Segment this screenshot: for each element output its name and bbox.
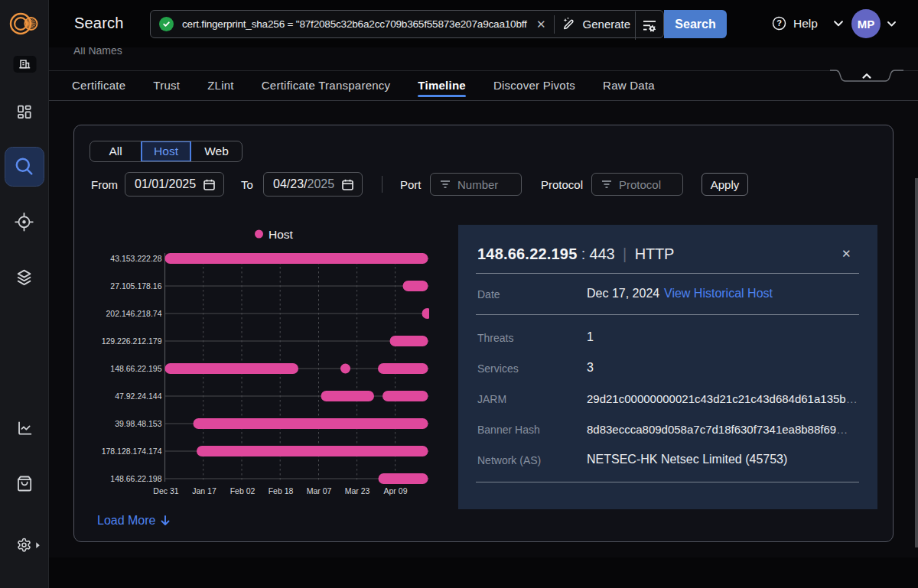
svg-text:39.98.48.153: 39.98.48.153	[115, 419, 161, 428]
svg-text:178.128.174.174: 178.128.174.174	[102, 447, 162, 456]
svg-text:Mar 23: Mar 23	[345, 486, 370, 495]
svg-text:47.92.24.144: 47.92.24.144	[115, 391, 161, 401]
svg-text:148.66.22.195: 148.66.22.195	[110, 364, 161, 373]
svg-text:27.105.178.16: 27.105.178.16	[110, 281, 161, 291]
svg-text:Jan 17: Jan 17	[192, 486, 216, 495]
svg-text:Mar 07: Mar 07	[307, 486, 332, 495]
svg-text:Feb 02: Feb 02	[230, 486, 256, 495]
svg-text:43.153.222.28: 43.153.222.28	[110, 254, 161, 263]
svg-text:?: ?	[776, 18, 782, 28]
svg-text:148.66.22.198: 148.66.22.198	[110, 474, 161, 483]
svg-text:202.146.218.74: 202.146.218.74	[106, 309, 162, 318]
svg-text:Apr 09: Apr 09	[384, 486, 408, 495]
svg-text:Host: Host	[269, 228, 294, 241]
svg-text:Dec 31: Dec 31	[153, 486, 178, 495]
svg-text:129.226.212.179: 129.226.212.179	[102, 336, 162, 346]
svg-text:Feb 18: Feb 18	[269, 486, 294, 495]
